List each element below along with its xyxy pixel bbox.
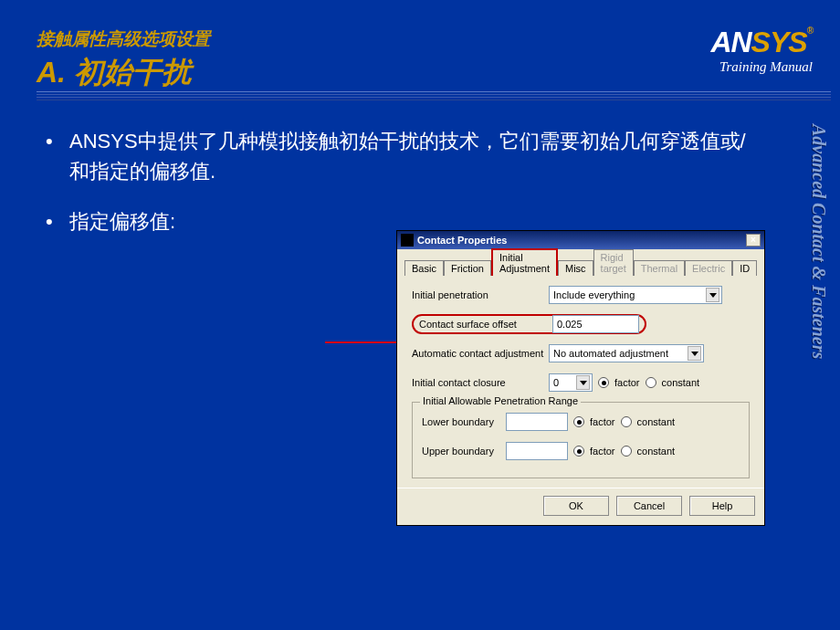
registered-mark: ® [807,26,813,36]
radio-label: factor [590,446,615,457]
dropdown-initial-closure[interactable]: 0 [549,373,593,392]
label-contact-surface-offset: Contact surface offset [419,319,536,330]
tab-id[interactable]: ID [732,260,757,276]
bullet-1: • ANSYS中提供了几种模拟接触初始干扰的技术，它们需要初始几何穿透值或/和指… [46,126,758,186]
tab-thermal[interactable]: Thermal [634,260,685,276]
dropdown-value: Include everything [553,289,635,300]
label-lower-boundary: Lower boundary [422,416,506,427]
tab-friction[interactable]: Friction [444,260,491,276]
highlight-ring: Contact surface offset 0.025 [412,314,646,334]
close-button[interactable]: × [746,234,761,247]
radio-lower-constant[interactable]: constant [621,416,676,427]
chevron-down-icon [688,346,701,361]
logo-suffix: SYS [751,26,807,58]
tab-initial-adjustment[interactable]: Initial Adjustment [491,248,558,276]
dialog-title: Contact Properties [417,235,507,246]
slide-supertitle: 接触属性高级选项设置 [37,27,210,51]
bullet-dot-icon: • [46,206,69,236]
row-lower-boundary: Lower boundary factor constant [422,412,740,432]
tab-rigid-target[interactable]: Rigid target [593,249,634,276]
dialog-titlebar[interactable]: Contact Properties × [397,231,764,249]
slide-heading: 接触属性高级选项设置 A. 初始干扰 [37,27,210,93]
logo-subtitle: Training Manual [710,59,813,75]
row-initial-penetration: Initial penetration Include everything [412,285,750,305]
radio-icon [646,377,656,388]
help-button[interactable]: Help [689,496,755,516]
radio-closure-factor[interactable]: factor [598,377,640,388]
row-upper-boundary: Upper boundary factor constant [422,441,740,461]
callout-arrow-icon [325,341,407,343]
radio-icon [621,446,632,457]
radio-label: constant [662,377,700,388]
input-value: 0.025 [557,319,583,330]
decorative-lines [37,91,831,110]
tab-misc[interactable]: Misc [558,260,593,276]
dropdown-auto-adjust[interactable]: No automated adjustment [549,344,704,362]
input-lower-boundary[interactable] [506,413,568,431]
row-initial-contact-closure: Initial contact closure 0 factor constan… [412,373,750,393]
cancel-button[interactable]: Cancel [616,496,682,516]
chevron-down-icon [706,288,719,302]
radio-upper-factor[interactable]: factor [573,446,615,457]
input-contact-surface-offset[interactable]: 0.025 [552,315,639,333]
bullet-dot-icon: • [46,126,69,156]
row-contact-surface-offset: Contact surface offset 0.025 [412,314,750,334]
label-auto-adjust: Automatic contact adjustment [412,348,549,359]
tab-panel: Initial penetration Include everything C… [404,275,757,482]
tab-basic[interactable]: Basic [404,260,444,276]
input-upper-boundary[interactable] [506,442,568,460]
radio-label: constant [637,446,676,457]
ansys-logo: ANSYS® Training Manual [710,26,813,75]
ok-button[interactable]: OK [543,496,609,516]
contact-properties-dialog: Contact Properties × Basic Friction Init… [396,230,765,526]
radio-label: factor [590,416,615,427]
bullet-2-text: 指定偏移值: [69,206,175,236]
radio-icon [598,377,609,388]
dropdown-value: No automated adjustment [553,348,668,359]
radio-upper-constant[interactable]: constant [621,446,676,457]
group-title: Initial Allowable Penetration Range [420,395,581,406]
radio-lower-factor[interactable]: factor [573,416,615,427]
label-upper-boundary: Upper boundary [422,446,506,457]
radio-label: factor [614,377,640,388]
radio-icon [573,416,584,427]
logo-prefix: AN [710,26,751,58]
radio-icon [621,416,632,427]
tab-strip: Basic Friction Initial Adjustment Misc R… [397,249,764,275]
group-allowable-range: Initial Allowable Penetration Range Lowe… [412,402,750,478]
tab-electric[interactable]: Electric [685,260,732,276]
bullet-1-text: ANSYS中提供了几种模拟接触初始干扰的技术，它们需要初始几何穿透值或/和指定的… [69,126,758,186]
dropdown-value: 0 [553,377,559,388]
chevron-down-icon [576,375,590,390]
radio-icon [573,446,584,457]
radio-closure-constant[interactable]: constant [646,377,700,388]
slide-title: A. 初始干扰 [37,53,210,93]
dialog-icon [401,234,414,247]
side-title: Advanced Contact & Fasteners [808,124,829,359]
label-initial-closure: Initial contact closure [412,377,549,388]
label-initial-penetration: Initial penetration [412,289,549,300]
radio-label: constant [637,416,676,427]
dialog-button-bar: OK Cancel Help [397,488,764,525]
row-auto-adjust: Automatic contact adjustment No automate… [412,343,750,363]
dropdown-initial-penetration[interactable]: Include everything [549,286,722,304]
